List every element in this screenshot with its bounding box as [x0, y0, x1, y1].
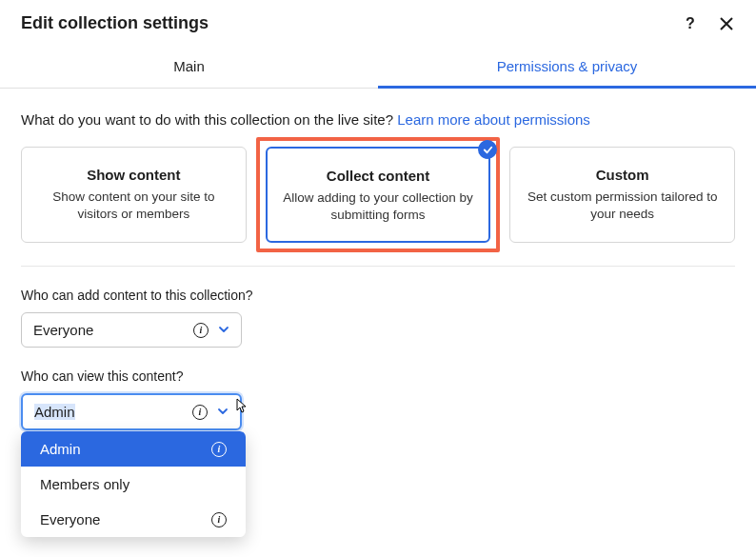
card-custom[interactable]: Custom Set custom permission tailored to… — [509, 147, 735, 243]
option-label: Everyone — [40, 511, 100, 527]
card-title: Show content — [37, 167, 230, 183]
add-content-label: Who can add content to this collection? — [21, 288, 735, 303]
info-icon[interactable]: i — [211, 512, 227, 527]
add-content-select[interactable]: Everyone i — [21, 312, 242, 348]
question-text: What do you want to do with this collect… — [21, 111, 397, 128]
option-everyone[interactable]: Everyone i — [21, 502, 246, 537]
view-content-dropdown: Admin i Members only Everyone i — [21, 431, 246, 537]
view-content-select[interactable]: Admin i Admin i Members only Everyone i — [21, 393, 242, 430]
learn-more-link[interactable]: Learn more about permissions — [397, 111, 590, 128]
option-label: Members only — [40, 476, 129, 492]
card-collect-content[interactable]: Collect content Allow adding to your col… — [266, 147, 491, 243]
option-members-only[interactable]: Members only — [21, 467, 246, 502]
card-title: Collect content — [283, 168, 474, 184]
select-value: Admin — [34, 404, 75, 420]
dialog-title: Edit collection settings — [21, 13, 209, 33]
cursor-pointer-icon — [232, 397, 249, 417]
card-title: Custom — [526, 167, 719, 183]
card-desc: Allow adding to your collection by submi… — [283, 189, 474, 224]
info-icon[interactable]: i — [193, 323, 209, 338]
chevron-down-icon — [217, 404, 229, 420]
chevron-down-icon — [218, 322, 229, 338]
info-icon[interactable]: i — [192, 405, 208, 420]
card-desc: Set custom permission tailored to your n… — [526, 189, 719, 223]
view-content-label: Who can view this content? — [21, 368, 735, 384]
option-admin[interactable]: Admin i — [21, 431, 246, 467]
option-label: Admin — [40, 441, 81, 457]
info-icon[interactable]: i — [211, 442, 227, 457]
card-show-content[interactable]: Show content Show content on your site t… — [21, 147, 247, 243]
card-desc: Show content on your site to visitors or… — [37, 189, 230, 223]
tab-main[interactable]: Main — [0, 45, 378, 88]
highlight-frame: Collect content Allow adding to your col… — [256, 137, 501, 252]
permission-question: What do you want to do with this collect… — [21, 111, 735, 128]
select-value: Everyone — [33, 322, 93, 338]
selected-check-icon — [478, 140, 497, 159]
close-icon[interactable] — [718, 15, 735, 32]
tab-permissions[interactable]: Permissions & privacy — [378, 45, 756, 88]
help-icon[interactable]: ? — [682, 15, 699, 32]
